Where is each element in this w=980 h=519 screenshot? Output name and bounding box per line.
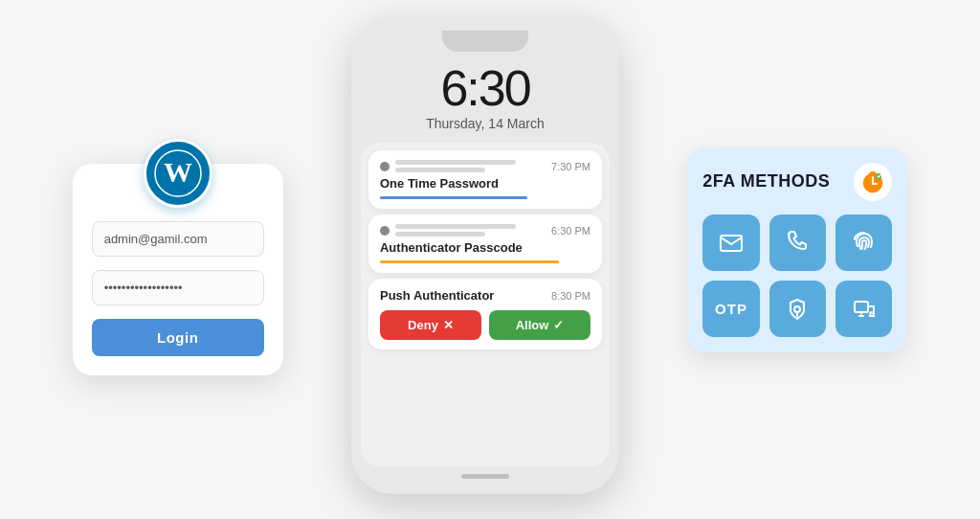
twofa-methods-panel: 2FA METHODS xyxy=(687,147,907,353)
password-input[interactable] xyxy=(92,270,264,305)
notif-auth-dot xyxy=(380,226,390,236)
twofa-device-method[interactable] xyxy=(835,281,892,337)
phone-notch xyxy=(442,31,528,52)
main-scene: W Login 6:30 Thursday, 14 March xyxy=(0,0,980,519)
phone-mockup: 6:30 Thursday, 14 March 7:30 PM One Time… xyxy=(351,15,619,494)
auth-passcode-notification: 6:30 PM Authenticator Passcode xyxy=(368,214,602,273)
phone-date: Thursday, 14 March xyxy=(426,116,544,131)
deny-label: Deny xyxy=(408,318,438,332)
otp-time: 7:30 PM xyxy=(551,161,590,172)
deny-button[interactable]: Deny ✕ xyxy=(380,310,481,340)
phone-home-indicator xyxy=(461,474,509,479)
twofa-fingerprint-method[interactable] xyxy=(835,214,892,271)
wordpress-login-card: W Login xyxy=(73,164,283,375)
otp-notification: 7:30 PM One Time Password xyxy=(368,150,602,209)
login-button[interactable]: Login xyxy=(92,319,264,356)
push-title: Push Authenticator xyxy=(380,288,494,303)
twofa-email-method[interactable] xyxy=(702,214,759,271)
twofa-title: 2FA METHODS xyxy=(702,171,830,192)
svg-text:W: W xyxy=(164,155,192,187)
allow-icon: ✓ xyxy=(553,318,564,332)
notif-auth-bar2 xyxy=(395,232,485,237)
twofa-key-method[interactable] xyxy=(769,281,826,337)
notif-otp-bar2 xyxy=(395,168,485,172)
email-input[interactable] xyxy=(92,221,264,257)
phone-body: 6:30 Thursday, 14 March 7:30 PM One Time… xyxy=(351,15,619,494)
twofa-otp-method[interactable]: OTP xyxy=(702,281,759,337)
auth-title: Authenticator Passcode xyxy=(380,240,590,255)
phone-time: 6:30 xyxy=(440,61,529,116)
svg-rect-8 xyxy=(855,302,868,312)
deny-icon: ✕ xyxy=(443,318,454,332)
notif-otp-bar1 xyxy=(395,160,516,165)
twofa-phone-method[interactable] xyxy=(769,214,826,271)
auth-progress xyxy=(380,260,559,263)
twofa-header: 2FA METHODS xyxy=(702,163,892,201)
twofa-brand-icon xyxy=(854,163,892,201)
notif-auth-bar1 xyxy=(395,224,516,229)
notif-auth-header: 6:30 PM xyxy=(380,224,590,237)
otp-label: OTP xyxy=(715,301,747,317)
notif-otp-header: 7:30 PM xyxy=(380,160,590,172)
auth-time: 6:30 PM xyxy=(551,225,590,237)
push-actions: Deny ✕ Allow ✓ xyxy=(380,310,590,340)
wordpress-logo: W xyxy=(144,139,212,208)
push-authenticator-card: Push Authenticator 8:30 PM Deny ✕ Allow … xyxy=(368,279,602,350)
otp-progress xyxy=(380,196,527,199)
push-header: Push Authenticator 8:30 PM xyxy=(380,288,590,303)
otp-title: One Time Password xyxy=(380,176,590,191)
phone-screen: 7:30 PM One Time Password 6:30 PM xyxy=(361,143,610,466)
allow-label: Allow xyxy=(516,318,549,332)
twofa-methods-grid: OTP xyxy=(702,214,892,338)
notif-otp-bars xyxy=(395,160,546,172)
push-time: 8:30 PM xyxy=(551,290,590,302)
notif-otp-dot xyxy=(380,162,390,171)
notif-auth-bars xyxy=(395,224,546,237)
allow-button[interactable]: Allow ✓ xyxy=(489,310,590,340)
